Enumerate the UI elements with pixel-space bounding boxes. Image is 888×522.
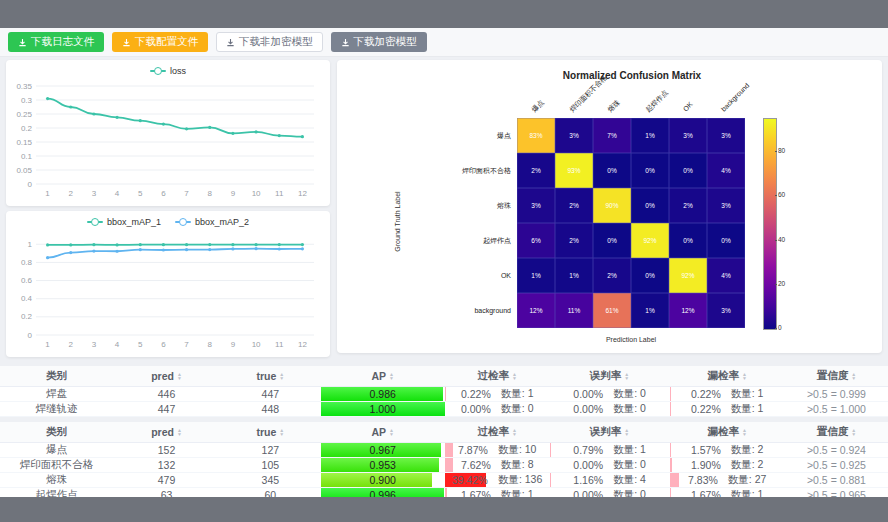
button-label: 下载配置文件 <box>135 35 198 49</box>
cell-ap: 0.900 <box>321 473 445 488</box>
matrix-cell: 7% <box>593 118 631 153</box>
map-chart-legend: bbox_mAP_1bbox_mAP_2 <box>6 213 330 231</box>
svg-text:0.2: 0.2 <box>21 124 33 133</box>
table-row: 焊印面积不合格1321050.9537.62%数量: 80.00%数量: 01.… <box>0 458 888 473</box>
cell-class: 焊盘 <box>0 387 113 402</box>
column-header-pred[interactable]: pred▲▼ <box>113 422 220 443</box>
sort-icon: ▲▼ <box>177 428 182 436</box>
download-icon <box>341 38 350 47</box>
download-plain-model-button[interactable]: 下载非加密模型 <box>216 32 323 52</box>
cell-over-rate: 7.87%数量: 10 <box>445 443 550 458</box>
legend-marker-icon <box>87 218 103 226</box>
column-header-label: 类别 <box>0 366 113 387</box>
legend-item-loss[interactable]: loss <box>150 66 186 76</box>
download-config-button[interactable]: 下载配置文件 <box>112 32 208 52</box>
svg-text:0.15: 0.15 <box>16 138 32 147</box>
matrix-cell: 3% <box>707 293 745 328</box>
cell-mis-rate: 0.00%数量: 0 <box>550 387 670 402</box>
svg-text:9: 9 <box>231 189 236 198</box>
cell-over-rate: 1.67%数量: 1 <box>445 488 550 498</box>
svg-text:0.1: 0.1 <box>21 152 33 161</box>
confusion-matrix-title: Normalized Confusion Matrix <box>487 70 777 81</box>
cell-ap: 1.000 <box>321 402 445 417</box>
cell-true: 60 <box>220 488 320 498</box>
download-encrypted-model-button[interactable]: 下载加密模型 <box>331 32 427 52</box>
matrix-cell: 12% <box>669 293 707 328</box>
download-log-button[interactable]: 下载日志文件 <box>8 32 104 52</box>
matrix-col-label: OK <box>682 100 696 114</box>
matrix-cell: 93% <box>555 153 593 188</box>
download-icon <box>226 38 235 47</box>
column-header-true[interactable]: true▲▼ <box>220 366 320 387</box>
cell-mis-rate: 0.00%数量: 0 <box>550 402 670 417</box>
sort-icon: ▲▼ <box>512 372 517 380</box>
sort-icon: ▲▼ <box>512 428 517 436</box>
svg-text:0.25: 0.25 <box>16 110 32 119</box>
svg-text:6: 6 <box>161 340 166 349</box>
matrix-cell: 0% <box>593 153 631 188</box>
cell-ap: 0.967 <box>321 443 445 458</box>
cell-ap: 0.996 <box>321 488 445 498</box>
column-header-conf[interactable]: 置信度▲▼ <box>785 366 888 387</box>
svg-text:1: 1 <box>45 189 50 198</box>
main-area: loss 00.050.10.150.20.250.30.35123456789… <box>0 57 888 357</box>
summary-metrics-table: 类别pred▲▼true▲▼AP▲▼过检率▲▼误判率▲▼漏检率▲▼置信度▲▼焊盘… <box>0 366 888 417</box>
svg-text:11: 11 <box>275 189 284 198</box>
svg-text:12: 12 <box>298 340 307 349</box>
column-header-conf[interactable]: 置信度▲▼ <box>785 422 888 443</box>
cell-pred: 446 <box>113 387 220 402</box>
legend-label: loss <box>170 66 186 76</box>
sort-icon: ▲▼ <box>742 428 747 436</box>
matrix-cell: 12% <box>517 293 555 328</box>
svg-text:6: 6 <box>161 189 166 198</box>
legend-label: bbox_mAP_2 <box>195 217 249 227</box>
svg-text:0.4: 0.4 <box>21 294 33 303</box>
matrix-row-label: 焊印面积不合格 <box>405 167 511 175</box>
svg-text:4: 4 <box>115 189 120 198</box>
table-row: 焊缝轨迹4474481.0000.00%数量: 00.00%数量: 00.22%… <box>0 402 888 417</box>
column-header-miss[interactable]: 漏检率▲▼ <box>670 422 785 443</box>
column-header-over[interactable]: 过检率▲▼ <box>445 422 550 443</box>
button-label: 下载非加密模型 <box>239 35 313 49</box>
matrix-cell: 3% <box>707 188 745 223</box>
matrix-cell: 4% <box>707 258 745 293</box>
colorbar-tick: 80 <box>778 147 785 154</box>
column-header-ap[interactable]: AP▲▼ <box>321 422 445 443</box>
colorbar-tick: 0 <box>778 324 782 331</box>
column-header-true[interactable]: true▲▼ <box>220 422 320 443</box>
column-header-mis[interactable]: 误判率▲▼ <box>550 366 670 387</box>
legend-item-bbox_mAP_2[interactable]: bbox_mAP_2 <box>175 217 249 227</box>
matrix-col-label: 熔珠 <box>606 98 622 114</box>
download-icon <box>122 38 131 47</box>
page-content: 下载日志文件下载配置文件下载非加密模型下载加密模型 loss 00.050.10… <box>0 28 888 497</box>
legend-item-bbox_mAP_1[interactable]: bbox_mAP_1 <box>87 217 161 227</box>
svg-text:0: 0 <box>28 180 33 189</box>
matrix-cell: 1% <box>517 258 555 293</box>
matrix-cell: 2% <box>593 258 631 293</box>
cell-true: 105 <box>220 458 320 473</box>
svg-text:2: 2 <box>69 189 74 198</box>
svg-text:7: 7 <box>184 340 189 349</box>
map-chart: 00.20.40.60.81123456789101112 <box>6 231 322 351</box>
map-chart-card: bbox_mAP_1bbox_mAP_2 00.20.40.60.8112345… <box>6 211 330 357</box>
cell-confidence: >0.5 = 1.000 <box>785 402 888 417</box>
column-header-mis[interactable]: 误判率▲▼ <box>550 422 670 443</box>
matrix-cell: 1% <box>631 293 669 328</box>
cell-over-rate: 39.42%数量: 136 <box>445 473 550 488</box>
cell-pred: 63 <box>113 488 220 498</box>
table-header-row: 类别pred▲▼true▲▼AP▲▼过检率▲▼误判率▲▼漏检率▲▼置信度▲▼ <box>0 422 888 443</box>
column-header-over[interactable]: 过检率▲▼ <box>445 366 550 387</box>
cell-true: 448 <box>220 402 320 417</box>
table-row: 爆点1521270.9677.87%数量: 100.79%数量: 11.57%数… <box>0 443 888 458</box>
cell-ap: 0.953 <box>321 458 445 473</box>
sort-icon: ▲▼ <box>851 428 856 436</box>
column-header-ap[interactable]: AP▲▼ <box>321 366 445 387</box>
cell-over-rate: 0.22%数量: 1 <box>445 387 550 402</box>
column-header-pred[interactable]: pred▲▼ <box>113 366 220 387</box>
cell-pred: 447 <box>113 402 220 417</box>
cell-confidence: >0.5 = 0.881 <box>785 473 888 488</box>
column-header-miss[interactable]: 漏检率▲▼ <box>670 366 785 387</box>
matrix-cell: 3% <box>517 188 555 223</box>
matrix-cell: 3% <box>669 118 707 153</box>
svg-text:0: 0 <box>28 331 33 340</box>
